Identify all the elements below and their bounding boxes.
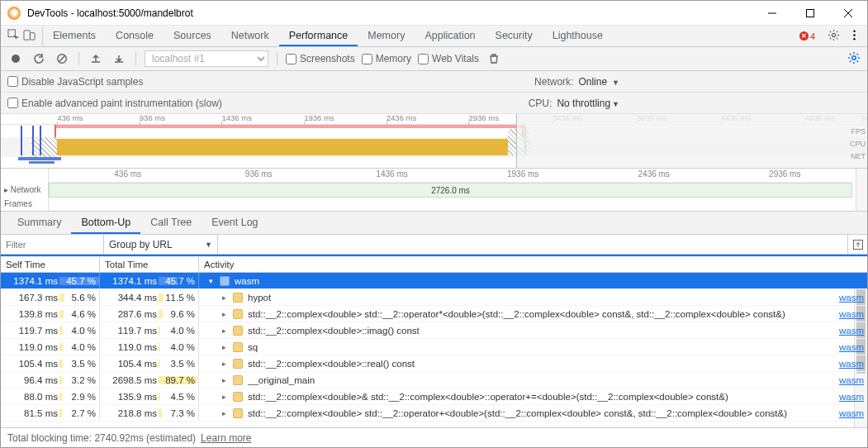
source-link[interactable]: wasm	[839, 293, 864, 303]
chevron-right-icon[interactable]	[221, 376, 228, 384]
sub-tab-summary[interactable]: Summary	[7, 212, 71, 234]
main-tab-memory[interactable]: Memory	[358, 26, 415, 46]
flame-row-label	[1, 169, 48, 183]
main-tab-security[interactable]: Security	[486, 26, 543, 46]
main-tab-lighthouse[interactable]: Lighthouse	[543, 26, 613, 46]
sub-tab-call-tree[interactable]: Call Tree	[140, 212, 202, 234]
source-link[interactable]: wasm	[839, 359, 864, 369]
chevron-right-icon[interactable]	[221, 409, 228, 417]
main-tab-application[interactable]: Application	[415, 26, 485, 46]
activity-label: hypot	[248, 293, 834, 303]
table-row[interactable]: 119.0 ms4.0 %119.0 ms4.0 %sqwasm	[1, 339, 867, 355]
error-count: 4	[810, 31, 815, 41]
chevron-right-icon[interactable]	[221, 360, 228, 367]
filter-row: Group by URL ▼	[1, 235, 867, 255]
more-menu-icon[interactable]	[848, 29, 861, 44]
sub-tab-event-log[interactable]: Event Log	[202, 212, 268, 234]
flame-scrollbar[interactable]	[856, 169, 867, 211]
chevron-right-icon[interactable]	[221, 393, 228, 400]
overview-tick: 2436 ms	[387, 114, 416, 123]
load-profile-icon[interactable]	[88, 50, 104, 67]
options-row-1: Disable JavaScript samples Network: Onli…	[1, 71, 867, 93]
main-tab-sources[interactable]: Sources	[164, 26, 221, 46]
window-minimize-button[interactable]	[753, 1, 791, 26]
activity-label: wasm	[235, 276, 867, 286]
chevron-down-icon[interactable]	[207, 277, 215, 284]
learn-more-link[interactable]: Learn more	[201, 432, 251, 444]
table-row[interactable]: 88.0 ms2.9 %135.9 ms4.5 %std::__2::compl…	[1, 388, 867, 405]
main-tab-network[interactable]: Network	[221, 26, 279, 46]
clear-button[interactable]	[54, 50, 70, 67]
frame-bar[interactable]: 2726.0 ms	[49, 183, 852, 198]
th-activity[interactable]: Activity	[199, 257, 867, 272]
adv-paint-checkbox[interactable]: Enable advanced paint instrumentation (s…	[7, 98, 222, 109]
chevron-right-icon[interactable]	[221, 343, 228, 350]
window-close-button[interactable]	[829, 1, 867, 26]
sub-tab-bottom-up[interactable]: Bottom-Up	[71, 212, 140, 234]
table-row[interactable]: 119.7 ms4.0 %119.7 ms4.0 %std::__2::comp…	[1, 322, 867, 339]
disable-js-checkbox[interactable]: Disable JavaScript samples	[7, 76, 143, 88]
reload-record-button[interactable]	[31, 50, 47, 67]
collect-garbage-icon[interactable]	[486, 50, 502, 67]
web-vitals-checkbox[interactable]: Web Vitals	[418, 53, 479, 64]
record-button[interactable]	[7, 50, 24, 67]
overview-tick: 436 ms	[57, 114, 83, 123]
main-flame-pane[interactable]: ▸ NetworkFrames 436 ms936 ms1436 ms1936 …	[1, 169, 867, 212]
table-row[interactable]: 167.3 ms5.6 %344.4 ms11.5 %hypotwasm	[1, 289, 867, 306]
chevron-right-icon[interactable]	[221, 310, 228, 317]
device-toolbar-icon[interactable]	[23, 29, 36, 44]
source-link[interactable]: wasm	[839, 309, 864, 319]
activity-label: std::__2::complex<double>::imag() const	[248, 326, 834, 336]
options-row-2: Enable advanced paint instrumentation (s…	[1, 93, 867, 114]
flame-tick: 1936 ms	[507, 169, 538, 179]
performance-toolbar: localhost #1 Screenshots Memory Web Vita…	[1, 47, 867, 71]
inspect-element-icon[interactable]	[7, 29, 20, 44]
status-bar: Total blocking time: 2740.92ms (estimate…	[1, 427, 867, 447]
chevron-right-icon[interactable]	[221, 293, 228, 301]
bottom-up-table: Self Time Total Time Activity 1374.1 ms4…	[1, 255, 867, 427]
script-icon	[233, 392, 243, 402]
svg-point-5	[853, 30, 855, 31]
memory-checkbox[interactable]: Memory	[362, 53, 411, 64]
svg-point-7	[853, 37, 855, 39]
main-tab-console[interactable]: Console	[106, 26, 164, 46]
main-tab-performance[interactable]: Performance	[279, 26, 358, 46]
source-link[interactable]: wasm	[839, 342, 864, 352]
table-header: Self Time Total Time Activity	[1, 256, 867, 273]
chevron-down-icon: ▼	[205, 241, 212, 249]
source-link[interactable]: wasm	[839, 375, 864, 385]
table-row[interactable]: 81.5 ms2.7 %218.8 ms7.3 %std::__2::compl…	[1, 405, 867, 422]
settings-gear-icon[interactable]	[828, 29, 840, 44]
source-link[interactable]: wasm	[839, 326, 864, 336]
overview-tick: 1436 ms	[221, 114, 251, 123]
svg-point-6	[853, 34, 855, 36]
flame-tick: 436 ms	[114, 169, 141, 179]
filter-input[interactable]	[1, 235, 104, 254]
chevron-right-icon[interactable]	[221, 326, 228, 334]
network-select[interactable]: Online▼	[578, 76, 619, 88]
source-link[interactable]: wasm	[839, 408, 864, 418]
screenshots-checkbox[interactable]: Screenshots	[286, 53, 355, 64]
error-count-badge[interactable]: ✕ 4	[795, 31, 819, 42]
flame-row-label: Frames	[1, 197, 48, 211]
cpu-select[interactable]: No throttling▼	[557, 98, 619, 109]
table-row[interactable]: 139.8 ms4.6 %287.6 ms9.6 %std::__2::comp…	[1, 306, 867, 322]
table-row[interactable]: 1374.1 ms45.7 %1374.1 ms45.7 %wasm	[1, 273, 867, 289]
save-profile-icon[interactable]	[111, 50, 127, 67]
svg-rect-2	[24, 30, 31, 39]
group-by-select[interactable]: Group by URL ▼	[104, 235, 218, 254]
table-row[interactable]: 96.4 ms3.2 %2698.5 ms89.7 %__original_ma…	[1, 372, 867, 388]
th-total-time[interactable]: Total Time	[100, 257, 199, 272]
svg-point-4	[832, 33, 835, 36]
window-maximize-button[interactable]	[791, 1, 829, 26]
th-self-time[interactable]: Self Time	[1, 257, 100, 272]
overview-lane-label: CPU	[850, 138, 866, 150]
capture-settings-gear-icon[interactable]	[847, 51, 861, 67]
recording-select[interactable]: localhost #1	[145, 50, 268, 67]
overview-timeline[interactable]: 436 ms936 ms1436 ms1936 ms2436 ms2936 ms…	[1, 114, 867, 169]
activity-label: std::__2::complex<double>& std::__2::com…	[248, 392, 834, 402]
table-row[interactable]: 105.4 ms3.5 %105.4 ms3.5 %std::__2::comp…	[1, 355, 867, 372]
source-link[interactable]: wasm	[839, 392, 864, 402]
main-tab-elements[interactable]: Elements	[43, 26, 106, 46]
show-heaviest-stack-icon[interactable]	[847, 235, 867, 254]
